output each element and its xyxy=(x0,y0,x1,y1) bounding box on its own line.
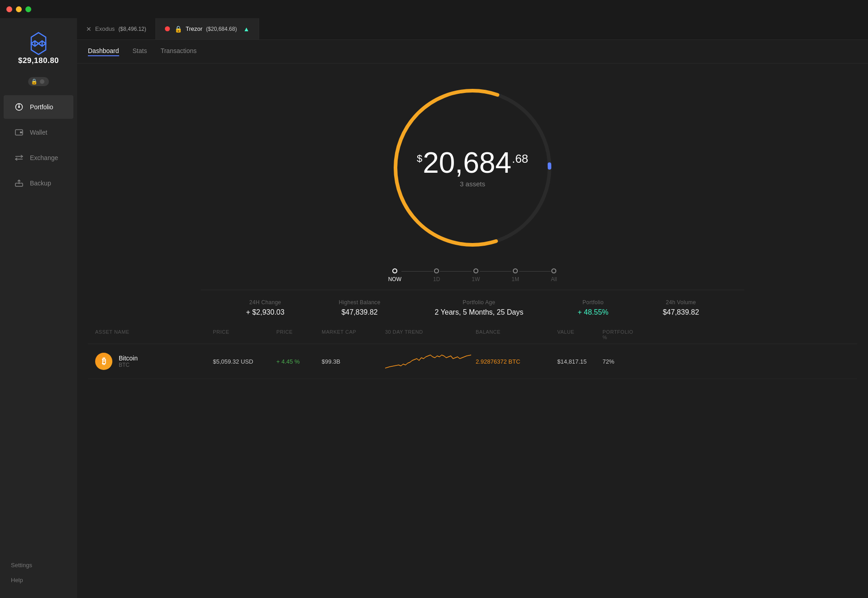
time-node-1m[interactable]: 1M xyxy=(511,268,519,282)
stat-portfolio-age: Portfolio Age 2 Years, 5 Months, 25 Days xyxy=(435,299,524,316)
btc-balance: 2.92876372 BTC xyxy=(476,358,557,365)
tab-stats[interactable]: Stats xyxy=(133,47,147,56)
trezor-name: Trezor xyxy=(186,25,203,32)
btc-price: $5,059.32 USD xyxy=(213,358,276,365)
asset-table: ASSET NAME PRICE PRICE MARKET CAP 30 DAY… xyxy=(77,326,868,379)
account-tab-trezor[interactable]: 🔒 Trezor ($20,684.68) ▲ xyxy=(156,18,259,39)
sidebar-lock-area: 🔒 xyxy=(0,77,77,86)
exchange-label: Exchange xyxy=(30,154,58,161)
lock-icon: 🔒 xyxy=(31,78,38,85)
col-asset-name: ASSET NAME xyxy=(95,329,213,340)
main-content: ✕ Exodus ($8,496.12) 🔒 Trezor ($20,684.6… xyxy=(77,18,868,598)
sidebar-item-backup[interactable]: Backup xyxy=(4,171,73,195)
time-line-2 xyxy=(440,271,472,272)
portfolio-label: Portfolio xyxy=(30,103,53,111)
btc-symbol: BTC xyxy=(119,362,138,368)
time-dot-all xyxy=(551,268,556,273)
btc-name: Bitcoin xyxy=(119,355,138,362)
asset-name-cell: ₿ Bitcoin BTC xyxy=(95,353,213,370)
stat-portfolio-age-label: Portfolio Age xyxy=(463,299,495,306)
donut-dollar-sign: $ xyxy=(417,153,422,165)
col-price2: PRICE xyxy=(276,329,322,340)
sidebar: $29,180.80 🔒 Portfolio xyxy=(0,18,77,598)
stat-highest-balance-value: $47,839.82 xyxy=(342,308,378,316)
btc-sparkline xyxy=(385,352,471,370)
stats-row: 24H Change + $2,930.03 Highest Balance $… xyxy=(201,290,744,316)
time-dot-1d xyxy=(434,268,439,273)
col-portfolio: PORTFOLIO % xyxy=(603,329,639,340)
time-node-now[interactable]: NOW xyxy=(388,268,401,282)
time-node-1d[interactable]: 1D xyxy=(433,268,440,282)
trezor-indicator-dot xyxy=(165,26,170,31)
time-line-1 xyxy=(401,271,433,272)
sidebar-bottom: Settings Help xyxy=(0,554,77,598)
stat-24h-change: 24H Change + $2,930.03 xyxy=(246,299,285,316)
btc-name-group: Bitcoin BTC xyxy=(119,355,138,368)
exodus-amount: ($8,496.12) xyxy=(118,26,146,32)
exchange-icon xyxy=(14,153,24,162)
close-button[interactable] xyxy=(6,6,12,12)
donut-chart: $ 20,684 .68 3 assets xyxy=(377,73,568,263)
col-price: PRICE xyxy=(213,329,276,340)
sidebar-item-portfolio[interactable]: Portfolio xyxy=(4,95,73,119)
time-label-1w: 1W xyxy=(472,276,480,282)
toggle-dot xyxy=(40,79,44,84)
stat-24h-change-value: + $2,930.03 xyxy=(246,308,285,316)
table-header: ASSET NAME PRICE PRICE MARKET CAP 30 DAY… xyxy=(88,326,857,344)
app-logo-icon xyxy=(26,31,51,56)
donut-subtitle: 3 assets xyxy=(417,180,528,188)
sidebar-item-help[interactable]: Help xyxy=(11,577,66,583)
minimize-button[interactable] xyxy=(16,6,22,12)
time-node-all[interactable]: All xyxy=(551,268,557,282)
stat-portfolio-age-value: 2 Years, 5 Months, 25 Days xyxy=(435,308,524,316)
col-balance: BALANCE xyxy=(476,329,557,340)
donut-amount: $ 20,684 .68 xyxy=(417,148,528,177)
wallet-label: Wallet xyxy=(30,129,47,136)
sidebar-item-exchange[interactable]: Exchange xyxy=(4,146,73,170)
stat-24h-change-label: 24H Change xyxy=(249,299,281,306)
stat-portfolio: Portfolio + 48.55% xyxy=(578,299,608,316)
table-row[interactable]: ₿ Bitcoin BTC $5,059.32 USD + 4.45 % $99… xyxy=(88,344,857,379)
account-tab-exodus[interactable]: ✕ Exodus ($8,496.12) xyxy=(77,18,156,39)
time-label-1d: 1D xyxy=(433,276,440,282)
btc-value: $14,817.15 xyxy=(557,358,603,365)
subnav: Dashboard Stats Transactions xyxy=(77,40,868,63)
sidebar-nav: Portfolio Wallet xyxy=(0,94,77,554)
sidebar-item-wallet[interactable]: Wallet xyxy=(4,121,73,144)
col-trend: 30 DAY TREND xyxy=(385,329,476,340)
btc-trend-chart xyxy=(385,352,476,370)
svg-rect-7 xyxy=(20,131,22,133)
stat-24h-volume-value: $47,839.82 xyxy=(663,308,699,316)
lock-toggle[interactable]: 🔒 xyxy=(28,77,49,86)
sidebar-item-settings[interactable]: Settings xyxy=(11,562,66,569)
time-label-all: All xyxy=(551,276,557,282)
tab-transactions[interactable]: Transactions xyxy=(160,47,197,56)
exodus-name: Exodus xyxy=(95,25,115,32)
time-label-now: NOW xyxy=(388,276,401,282)
stat-24h-volume: 24h Volume $47,839.82 xyxy=(663,299,699,316)
time-dot-1m xyxy=(513,268,518,273)
backup-label: Backup xyxy=(30,180,51,187)
tab-dashboard[interactable]: Dashboard xyxy=(88,47,119,56)
donut-cents: .68 xyxy=(512,152,528,166)
time-dot-1w xyxy=(473,268,478,273)
donut-main-amount: 20,684 xyxy=(423,148,511,177)
maximize-button[interactable] xyxy=(25,6,31,12)
stat-highest-balance: Highest Balance $47,839.82 xyxy=(339,299,381,316)
time-label-1m: 1M xyxy=(511,276,519,282)
btc-logo-symbol: ₿ xyxy=(102,357,106,366)
expand-icon[interactable]: ▲ xyxy=(243,25,250,33)
stat-portfolio-label: Portfolio xyxy=(583,299,604,306)
btc-logo: ₿ xyxy=(95,353,112,370)
chart-container: $ 20,684 .68 3 assets NOW xyxy=(377,63,568,282)
wallet-icon xyxy=(14,128,24,137)
backup-icon xyxy=(14,179,24,188)
trezor-amount: ($20,684.68) xyxy=(206,26,237,32)
btc-change: + 4.45 % xyxy=(276,358,322,365)
total-balance: $29,180.80 xyxy=(18,56,59,65)
titlebar xyxy=(0,0,868,18)
trezor-lock-icon: 🔒 xyxy=(174,25,182,33)
time-node-1w[interactable]: 1W xyxy=(472,268,480,282)
btc-portfolio-pct: 72% xyxy=(603,358,639,365)
btc-marketcap: $99.3B xyxy=(322,358,385,365)
